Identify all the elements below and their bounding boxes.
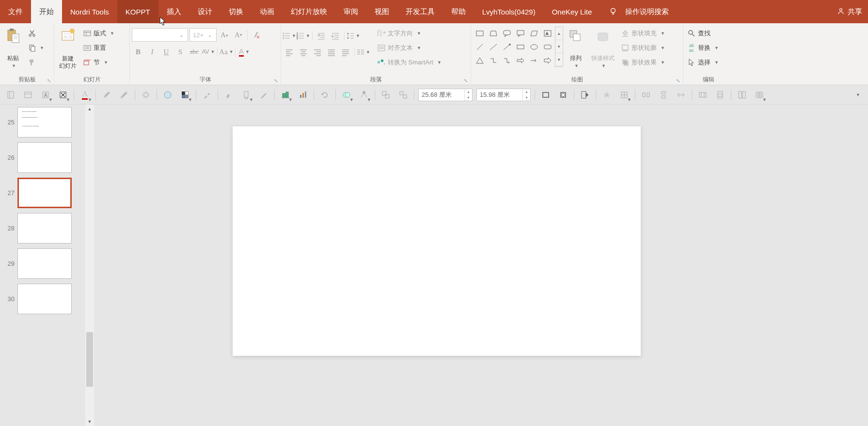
tab-slideshow[interactable]: 幻灯片放映	[283, 0, 335, 23]
qat-align-objects[interactable]: ▼	[279, 88, 292, 102]
font-color-button[interactable]: A▼	[238, 46, 251, 58]
tell-me-search[interactable]: 操作说明搜索	[600, 0, 678, 23]
convert-smartart-button[interactable]: 转换为 SmartArt▼	[375, 56, 444, 69]
underline-button[interactable]: U	[160, 46, 173, 58]
shape-textbox[interactable]: A	[541, 27, 554, 40]
scrollbar-thumb[interactable]	[86, 332, 93, 387]
shape-rectangle[interactable]	[473, 27, 486, 40]
slide-thumbnail[interactable]	[17, 248, 72, 279]
slide-thumbnail[interactable]: ━━━━ ━━━━━ ━━━━━━━━━━━━━━━━━━━━━━ ━━━━━━…	[17, 107, 72, 137]
qat-btn-1[interactable]	[4, 88, 17, 102]
bullets-button[interactable]: ▼	[283, 30, 296, 42]
qat-circle[interactable]	[161, 88, 174, 102]
tab-transition[interactable]: 切换	[221, 0, 252, 23]
tab-home[interactable]: 开始	[31, 0, 62, 23]
replace-button[interactable]: abac替换▼	[685, 41, 721, 55]
numbering-button[interactable]: 123▼	[297, 30, 310, 42]
slide-thumbnail-30[interactable]: 30	[0, 281, 94, 317]
qat-snap[interactable]	[139, 88, 153, 102]
decrease-indent-button[interactable]	[315, 30, 328, 42]
tab-lvyhtools[interactable]: LvyhTools(0429)	[474, 0, 544, 23]
shape-line[interactable]	[487, 40, 500, 53]
shape-callout[interactable]	[500, 27, 513, 40]
qat-btn-4[interactable]: ▼	[56, 88, 70, 102]
width-input[interactable]: 25.68 厘米▲▼	[418, 89, 473, 101]
shadow-button[interactable]: S	[174, 46, 187, 58]
qat-merge-shapes[interactable]: ▼	[340, 88, 353, 102]
slide-thumbnail-26[interactable]: 26	[0, 140, 94, 175]
shape-arrow-right[interactable]	[514, 54, 527, 67]
qat-btn-x5[interactable]	[696, 88, 710, 102]
font-name-combo[interactable]: ⌄	[132, 28, 188, 42]
qat-font-color[interactable]: A▼	[78, 88, 92, 102]
shape-arrow-block[interactable]	[541, 54, 554, 67]
shape-arrow-line[interactable]	[500, 40, 513, 53]
shape-trapezoid[interactable]	[487, 27, 500, 40]
reset-button[interactable]: 重置	[81, 41, 117, 55]
paste-button[interactable]: 粘贴▼	[2, 27, 24, 71]
shape-connector-arrow[interactable]	[500, 54, 513, 67]
shape-rect2[interactable]	[514, 40, 527, 53]
qat-crop[interactable]	[539, 88, 552, 102]
share-button[interactable]: 共享	[831, 0, 868, 23]
shape-triangle[interactable]	[473, 54, 486, 67]
tab-insert[interactable]: 插入	[158, 0, 189, 23]
layout-button[interactable]: 版式▼	[81, 27, 117, 40]
shape-oval[interactable]	[527, 40, 540, 53]
font-size-combo[interactable]: 12+⌄	[189, 28, 217, 42]
align-text-button[interactable]: 对齐文本▼	[375, 41, 444, 55]
qat-btn-2[interactable]	[21, 88, 35, 102]
char-spacing-button[interactable]: AV▼	[202, 46, 215, 58]
section-button[interactable]: 节▼	[81, 56, 117, 69]
slide-thumbnail-29[interactable]: 29	[0, 246, 94, 281]
shape-effects-button[interactable]: 形状效果▼	[619, 56, 667, 69]
tab-file[interactable]: 文件	[0, 0, 31, 23]
find-button[interactable]: 查找	[685, 27, 721, 40]
bold-button[interactable]: B	[132, 46, 144, 58]
columns-button[interactable]: ▼	[357, 46, 370, 59]
qat-ungroup[interactable]	[396, 88, 410, 102]
scroll-down-button[interactable]: ▼	[85, 417, 94, 426]
increase-indent-button[interactable]	[329, 30, 342, 42]
qat-delete[interactable]	[556, 88, 570, 102]
qat-btn-x6[interactable]	[713, 88, 727, 102]
qat-theme[interactable]: ▼	[178, 88, 192, 102]
tab-review[interactable]: 审阅	[335, 0, 366, 23]
qat-rotate[interactable]	[318, 88, 331, 102]
distribute-button[interactable]	[339, 46, 352, 59]
qat-group[interactable]	[379, 88, 393, 102]
qat-btn-x4[interactable]	[674, 88, 688, 102]
qat-btn-x7[interactable]	[735, 88, 749, 102]
shape-line-diag[interactable]	[473, 40, 486, 53]
shapes-gallery-scroll[interactable]: ▴▾▾	[555, 27, 563, 67]
height-input[interactable]: 15.98 厘米▲▼	[476, 89, 531, 101]
slide-thumbnail-27[interactable]: 27	[0, 175, 94, 211]
qat-btn-x8[interactable]: ▼	[753, 88, 766, 102]
slide-thumbnail[interactable]	[17, 178, 72, 208]
shape-arrow-thin[interactable]	[527, 54, 540, 67]
qat-animation[interactable]	[600, 88, 614, 102]
scroll-up-button[interactable]: ▲	[85, 105, 94, 113]
tab-help[interactable]: 帮助	[443, 0, 474, 23]
tab-design[interactable]: 设计	[189, 0, 221, 23]
slide-thumbnail[interactable]	[17, 284, 72, 314]
slide-thumbnail-pane[interactable]: 25━━━━ ━━━━━ ━━━━━━━━━━━━━━━━━━━━━━ ━━━━…	[0, 105, 94, 426]
thumbnail-scrollbar[interactable]: ▲ ▼	[85, 105, 94, 426]
shape-parallelogram[interactable]	[527, 27, 540, 40]
qat-btn-x3[interactable]	[657, 88, 670, 102]
select-button[interactable]: 选择▼	[685, 56, 721, 69]
slide-canvas-area[interactable]	[94, 105, 868, 426]
tab-onekey[interactable]: OneKey Lite	[544, 0, 600, 23]
font-dialog-launcher[interactable]: ⤡	[272, 77, 279, 84]
shape-outline-button[interactable]: 形状轮廓▼	[619, 41, 667, 55]
tab-view[interactable]: 视图	[366, 0, 397, 23]
change-case-button[interactable]: Aa▼	[220, 46, 233, 58]
qat-marker[interactable]: ▼	[239, 88, 253, 102]
qat-btn-x1[interactable]: ▼	[617, 88, 631, 102]
increase-font-button[interactable]: A▴	[218, 29, 231, 41]
italic-button[interactable]: I	[146, 46, 158, 58]
qat-overflow[interactable]: ▼	[851, 88, 864, 102]
qat-selection-pane[interactable]	[578, 88, 592, 102]
arrange-button[interactable]: 排列▼	[565, 27, 587, 71]
quick-styles-button[interactable]: 快速样式▼	[588, 27, 617, 71]
